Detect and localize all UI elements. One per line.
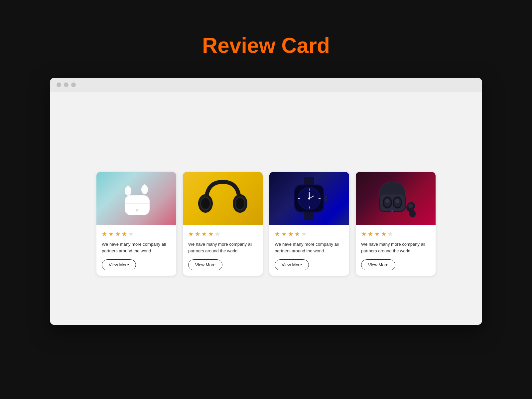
star-1-5: ★ <box>128 230 134 238</box>
card-body-3: ★ ★ ★ ★ ★ We have many more company all … <box>269 225 349 276</box>
browser-window: ★ ★ ★ ★ ★ We have many more company all … <box>50 78 482 325</box>
svg-rect-20 <box>309 189 310 191</box>
star-3-2: ★ <box>281 230 287 238</box>
svg-point-12 <box>201 198 210 209</box>
svg-rect-2 <box>125 203 150 204</box>
product-card-1: ★ ★ ★ ★ ★ We have many more company all … <box>96 172 176 276</box>
star-4-1: ★ <box>361 230 366 238</box>
card-description-1: We have many more company all partners a… <box>102 241 171 254</box>
page-title: Review Card <box>202 33 330 58</box>
card-image-3 <box>269 172 349 225</box>
svg-rect-1 <box>125 196 149 215</box>
star-2-1: ★ <box>188 230 194 238</box>
view-more-button-3[interactable]: View More <box>275 259 309 270</box>
star-1-1: ★ <box>102 230 107 238</box>
card-image-2 <box>183 172 263 225</box>
card-description-4: We have many more company all partners a… <box>361 241 430 254</box>
star-4-5: ★ <box>388 230 393 238</box>
star-1-4: ★ <box>122 230 127 238</box>
product-card-3: ★ ★ ★ ★ ★ We have many more company all … <box>269 172 349 276</box>
card-description-2: We have many more company all partners a… <box>188 241 257 254</box>
star-rating-2: ★ ★ ★ ★ ★ <box>188 230 257 238</box>
card-image-1 <box>96 172 176 225</box>
view-more-button-1[interactable]: View More <box>102 259 136 270</box>
view-more-button-2[interactable]: View More <box>188 259 222 270</box>
svg-rect-21 <box>309 206 310 208</box>
card-body-2: ★ ★ ★ ★ ★ We have many more company all … <box>183 225 263 276</box>
svg-rect-23 <box>319 198 321 199</box>
star-rating-3: ★ ★ ★ ★ ★ <box>275 230 344 238</box>
svg-rect-4 <box>127 186 129 192</box>
star-rating-4: ★ ★ ★ ★ ★ <box>361 230 430 238</box>
card-body-1: ★ ★ ★ ★ ★ We have many more company all … <box>96 225 176 276</box>
star-4-3: ★ <box>374 230 380 238</box>
svg-rect-22 <box>298 198 300 199</box>
star-1-2: ★ <box>108 230 114 238</box>
cards-section: ★ ★ ★ ★ ★ We have many more company all … <box>70 172 462 276</box>
star-4-2: ★ <box>368 230 373 238</box>
star-3-5: ★ <box>301 230 307 238</box>
star-rating-1: ★ ★ ★ ★ ★ <box>102 230 171 238</box>
product-card-4: ★ ★ ★ ★ ★ We have many more company all … <box>356 172 436 276</box>
view-more-button-4[interactable]: View More <box>361 259 395 270</box>
star-2-3: ★ <box>201 230 207 238</box>
svg-point-33 <box>385 199 389 203</box>
star-3-3: ★ <box>288 230 293 238</box>
star-3-1: ★ <box>275 230 280 238</box>
card-image-4 <box>356 172 436 225</box>
star-2-5: ★ <box>215 230 220 238</box>
browser-dot-1 <box>57 82 61 87</box>
star-1-3: ★ <box>115 230 120 238</box>
svg-point-13 <box>236 198 244 209</box>
svg-rect-27 <box>324 196 327 201</box>
browser-dot-3 <box>71 82 76 87</box>
browser-dot-2 <box>64 82 68 87</box>
svg-point-35 <box>395 199 399 203</box>
star-3-4: ★ <box>295 230 300 238</box>
star-2-4: ★ <box>208 230 213 238</box>
card-description-3: We have many more company all partners a… <box>275 241 344 254</box>
star-4-4: ★ <box>381 230 386 238</box>
card-body-4: ★ ★ ★ ★ ★ We have many more company all … <box>356 225 436 276</box>
browser-content: ★ ★ ★ ★ ★ We have many more company all … <box>50 92 482 325</box>
svg-point-26 <box>308 198 310 200</box>
svg-point-39 <box>391 210 393 212</box>
product-card-2: ★ ★ ★ ★ ★ We have many more company all … <box>183 172 263 276</box>
star-2-2: ★ <box>195 230 200 238</box>
svg-point-7 <box>136 209 138 211</box>
browser-titlebar <box>50 78 482 92</box>
svg-rect-6 <box>144 184 145 190</box>
